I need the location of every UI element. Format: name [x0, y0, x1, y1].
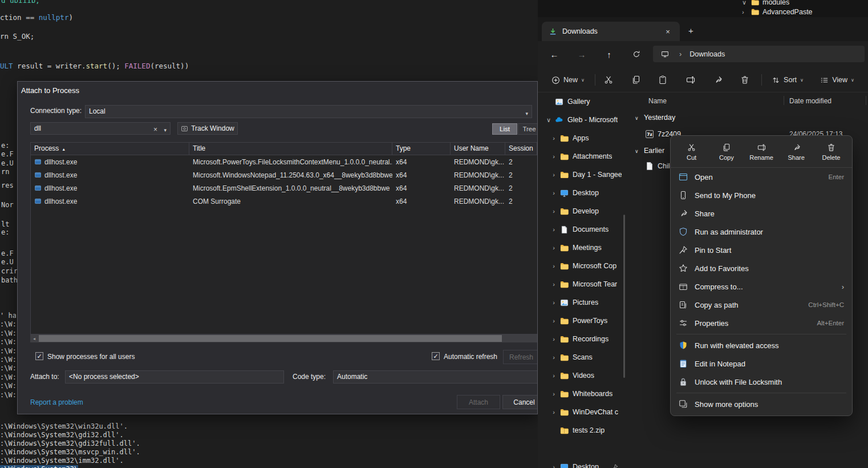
chevron-right-icon[interactable]: ›	[550, 153, 558, 160]
sort-button[interactable]: Sort ∨	[767, 71, 808, 89]
attach-button[interactable]: Attach	[457, 395, 500, 409]
up-button[interactable]: ↑	[601, 46, 618, 63]
tab-close-icon[interactable]: ×	[663, 26, 673, 37]
code-type-field[interactable]: Automatic	[333, 370, 538, 384]
sidebar-item-windevchat[interactable]: › WinDevChat c	[538, 403, 622, 421]
group-header-yesterday[interactable]: Yesterday	[644, 114, 675, 122]
cut-button[interactable]: Cut	[674, 139, 709, 166]
menu-item-run-with-elevated-access[interactable]: Run with elevated access	[671, 336, 852, 354]
chevron-right-icon[interactable]: ›	[550, 299, 558, 306]
menu-item-send-to-my-phone[interactable]: Send to My Phone	[671, 186, 852, 204]
menu-item-properties[interactable]: Properties Alt+Enter	[671, 314, 852, 332]
address-bar[interactable]: › Downloads	[653, 46, 865, 62]
chevron-right-icon[interactable]: ›	[550, 317, 558, 324]
cut-button[interactable]	[601, 71, 616, 89]
forward-button[interactable]: →	[573, 46, 590, 63]
chevron-right-icon[interactable]: ›	[550, 409, 558, 415]
list-view-toggle[interactable]: List	[492, 123, 517, 135]
menu-item-compress-to[interactable]: Compress to... ›	[671, 277, 852, 296]
chevron-right-icon[interactable]: ›	[550, 226, 558, 233]
delete-button[interactable]	[737, 71, 753, 89]
explorer-tab-downloads[interactable]: Downloads ×	[542, 22, 680, 41]
horizontal-scrollbar[interactable]: ◂	[30, 334, 538, 342]
table-row[interactable]: dllhost.exe Microsoft.WindowsNotepad_11.…	[31, 168, 537, 181]
column-header-date-modified[interactable]: Date modified	[789, 97, 832, 105]
sidebar-item-attachments[interactable]: › Attachments	[538, 147, 622, 166]
sidebar-item-videos[interactable]: › Videos	[538, 366, 622, 385]
process-filter-input[interactable]: dll × ▾	[30, 122, 171, 135]
cancel-button[interactable]: Cancel	[502, 395, 538, 409]
menu-item-edit-in-notepad[interactable]: Edit in Notepad	[671, 354, 852, 373]
chevron-right-icon[interactable]: ›	[550, 390, 558, 397]
attach-to-field[interactable]: <No process selected>	[65, 370, 284, 384]
chevron-down-icon[interactable]: ∨	[545, 116, 553, 124]
chevron-right-icon[interactable]: ›	[550, 244, 558, 251]
sidebar-item-gallery[interactable]: Gallery	[538, 92, 622, 111]
chevron-right-icon[interactable]: ›	[550, 463, 558, 468]
sidebar-item-onedrive[interactable]: ∨ Gleb - Microsoft	[538, 111, 622, 129]
sidebar-item-microsoft-tear[interactable]: › Microsoft Tear	[538, 275, 622, 293]
tree-item-advancedpaste[interactable]: › AdvancedPaste	[742, 7, 813, 17]
clear-filter-icon[interactable]: ×	[153, 124, 157, 135]
rename-button[interactable]	[683, 71, 699, 89]
sidebar-item-powertoys[interactable]: › PowerToys	[538, 312, 622, 330]
column-divider[interactable]	[866, 96, 866, 105]
sidebar-item-pictures[interactable]: › Pictures	[538, 293, 622, 312]
tree-view-toggle[interactable]: Tree	[518, 123, 538, 135]
column-header-type[interactable]: Type	[392, 143, 451, 155]
menu-item-share[interactable]: Share	[671, 204, 852, 223]
delete-button[interactable]: Delete	[814, 139, 849, 166]
column-header-process[interactable]: Process▲	[31, 143, 189, 155]
sidebar-item-apps[interactable]: › Apps	[538, 129, 622, 147]
refresh-button[interactable]	[628, 46, 645, 63]
column-header-name[interactable]: Name	[648, 97, 667, 105]
column-header-title[interactable]: Title	[189, 143, 392, 155]
table-row[interactable]: dllhost.exe Microsoft.PowerToys.FileLock…	[31, 155, 537, 168]
group-header-earlier[interactable]: Earlier	[644, 147, 664, 155]
sidebar-item-develop[interactable]: › Develop	[538, 202, 622, 220]
sidebar-item-whiteboards[interactable]: › Whiteboards	[538, 385, 622, 403]
chevron-right-icon[interactable]: ›	[550, 189, 558, 196]
breadcrumb-downloads[interactable]: Downloads	[689, 50, 725, 58]
refresh-button[interactable]: Refresh	[503, 350, 538, 364]
copy-button[interactable]	[628, 71, 644, 89]
chevron-down-icon[interactable]: ∨	[635, 148, 639, 154]
menu-item-open[interactable]: Open Enter	[671, 168, 852, 186]
chevron-right-icon[interactable]: ›	[550, 281, 558, 288]
chevron-right-icon[interactable]: ›	[550, 372, 558, 379]
back-button[interactable]: ←	[546, 46, 563, 63]
paste-button[interactable]	[655, 71, 671, 89]
chevron-down-icon[interactable]: ∨	[635, 115, 639, 121]
new-tab-button[interactable]: +	[688, 26, 693, 35]
automatic-refresh-checkbox[interactable]: ✓	[432, 352, 440, 360]
sidebar-item-documents[interactable]: › Documents	[538, 220, 622, 239]
sidebar-item-desktop[interactable]: › Desktop	[538, 184, 622, 202]
new-button[interactable]: New ∨	[546, 71, 590, 89]
rename-button[interactable]: Rename	[744, 139, 778, 166]
copy-button[interactable]: Copy	[709, 139, 744, 166]
sidebar-item-tests2-zip[interactable]: tests 2.zip	[538, 421, 622, 439]
chevron-right-icon[interactable]: ›	[550, 135, 558, 142]
sidebar-item-day1-sangee[interactable]: › Day 1 - Sangee	[538, 166, 622, 184]
scrollbar-thumb[interactable]	[39, 335, 502, 342]
report-a-problem-link[interactable]: Report a problem	[30, 398, 83, 406]
tree-item-modules[interactable]: ∨ modules	[742, 0, 789, 7]
table-row[interactable]: dllhost.exe Microsoft.EpmShellExtension_…	[31, 181, 537, 195]
menu-item-unlock-with-file-locksmith[interactable]: Unlock with File Locksmith	[671, 373, 852, 391]
menu-item-copy-as-path[interactable]: Copy as path Ctrl+Shift+C	[671, 296, 852, 314]
column-header-username[interactable]: User Name	[451, 143, 505, 155]
chevron-right-icon[interactable]: ›	[550, 263, 558, 269]
track-window-button[interactable]: Track Window	[177, 122, 238, 135]
menu-item-pin-to-start[interactable]: Pin to Start	[671, 241, 852, 259]
chevron-right-icon[interactable]: ›	[550, 171, 558, 178]
sidebar-item-meetings[interactable]: › Meetings	[538, 239, 622, 257]
chevron-right-icon[interactable]: ›	[550, 208, 558, 215]
menu-item-run-as-administrator[interactable]: Run as administrator	[671, 223, 852, 241]
view-button[interactable]: View ∨	[816, 71, 858, 89]
chevron-right-icon[interactable]: ›	[550, 354, 558, 361]
menu-item-add-to-favorites[interactable]: Add to Favorites	[671, 259, 852, 277]
sidebar-item-recordings[interactable]: › Recordings	[538, 330, 622, 348]
column-divider[interactable]	[784, 96, 784, 105]
show-all-users-checkbox[interactable]: ✓	[35, 352, 43, 360]
table-row[interactable]: dllhost.exe COM Surrogate x64 REDMOND\gk…	[31, 195, 537, 208]
